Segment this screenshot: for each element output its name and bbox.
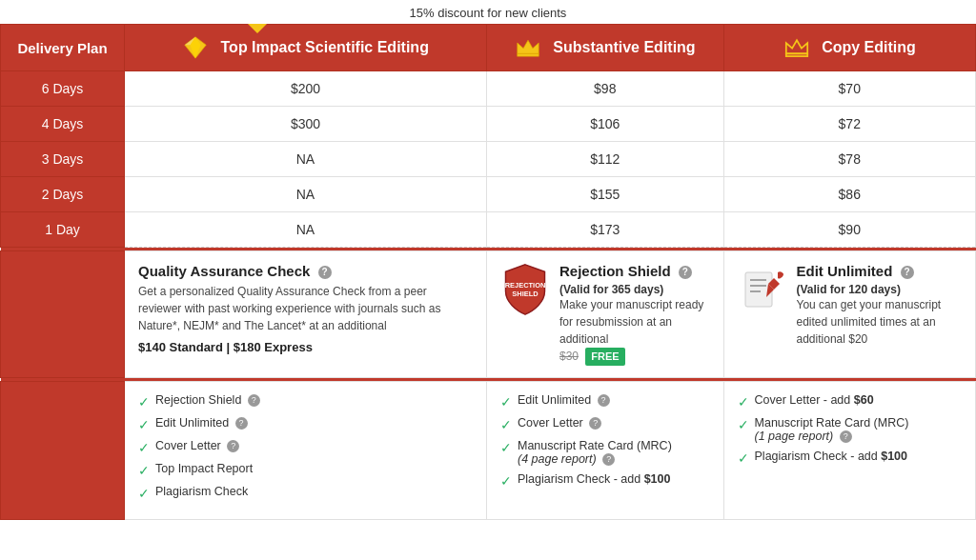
check-icon-t2-4: ✓ — [500, 473, 512, 489]
tier3-header: Copy Editing — [723, 25, 975, 71]
tier2-strikethrough-price: $30 — [559, 350, 579, 363]
check-icon-5: ✓ — [138, 486, 150, 501]
tier2-price-6days: $98 — [486, 71, 723, 107]
plan-2days: 2 Days — [1, 177, 125, 212]
tier2-price-3days: $112 — [486, 142, 723, 177]
tier3-check-2: ✓ Manuscript Rate Card (MRC)(1 page repo… — [738, 416, 962, 443]
tier2-feature-help-icon[interactable]: ? — [679, 266, 692, 279]
check-icon-t3-2: ✓ — [738, 417, 749, 432]
tier1-feature-title: Quality Assurance Check ? — [138, 263, 473, 279]
discount-banner: 15% discount for new clients — [0, 0, 976, 24]
tier2-free-badge: FREE — [585, 348, 624, 366]
tier3-feature: Edit Unlimited ? (Valid for 120 days) Yo… — [723, 251, 975, 378]
check-icon-4: ✓ — [138, 463, 150, 478]
check-icon-t2-1: ✓ — [500, 394, 512, 410]
svg-marker-3 — [518, 40, 539, 53]
feature-row: Quality Assurance Check ? Get a personal… — [1, 251, 976, 378]
tier2-feature-title: Rejection Shield ? — [559, 263, 710, 279]
checklist-row: ✓ Rejection Shield ? ✓ Edit Unlimited ? … — [1, 381, 976, 519]
tier2-check-2: ✓ Cover Letter ? — [500, 416, 710, 432]
tier2-checklist: ✓ Edit Unlimited ? ✓ Cover Letter ? ✓ Ma… — [486, 381, 723, 519]
svg-text:SHIELD: SHIELD — [512, 290, 539, 298]
tier2-check-4: ✓ Plagiarism Check - add $100 — [500, 472, 710, 489]
tier2-feature: REJECTION SHIELD Rejection Shield ? (Val… — [486, 251, 723, 378]
tier3-checklist: ✓ Cover Letter - add $60 ✓ Manuscript Ra… — [723, 381, 975, 519]
tier3-feature-title: Edit Unlimited ? — [797, 263, 962, 279]
plan-6days: 6 Days — [1, 71, 125, 107]
help-icon[interactable]: ? — [589, 417, 601, 430]
tier3-check-3: ✓ Plagiarism Check - add $100 — [738, 450, 962, 466]
plan-3days: 3 Days — [1, 142, 125, 177]
tier2-price-1day: $173 — [486, 212, 723, 248]
tier3-feature-valid: (Valid for 120 days) — [797, 283, 962, 296]
tier2-feature-valid: (Valid for 365 days) — [559, 283, 710, 296]
tier1-check-3: ✓ Cover Letter ? — [138, 439, 473, 455]
tier1-check-4: ✓ Top Impact Report — [138, 462, 473, 478]
plan-header: Delivery Plan — [1, 25, 125, 71]
tier1-check-5: ✓ Plagiarism Check — [138, 485, 473, 501]
plan-4days: 4 Days — [1, 107, 125, 142]
tier2-check-1: ✓ Edit Unlimited ? — [500, 393, 710, 410]
tier1-check-2: ✓ Edit Unlimited ? — [138, 416, 473, 432]
tier2-header: Substantive Editing — [486, 25, 723, 71]
plan-1day: 1 Day — [1, 212, 125, 248]
help-icon[interactable]: ? — [602, 453, 615, 466]
price-row-6days: 6 Days $200 $98 $70 — [1, 71, 976, 107]
check-icon-t3-3: ✓ — [738, 450, 749, 466]
tier3-price-6days: $70 — [723, 71, 975, 107]
tier1-check-1: ✓ Rejection Shield ? — [138, 393, 473, 410]
tier3-feature-help-icon[interactable]: ? — [901, 266, 914, 279]
check-icon-2: ✓ — [138, 417, 150, 432]
help-icon[interactable]: ? — [840, 430, 852, 443]
price-row-2days: 2 Days NA $155 $86 — [1, 177, 976, 212]
tier2-price-2days: $155 — [486, 177, 723, 212]
check-icon-t2-2: ✓ — [500, 417, 512, 432]
feature-label — [1, 251, 125, 378]
price-row-4days: 4 Days $300 $106 $72 — [1, 107, 976, 142]
help-icon[interactable]: ? — [235, 417, 248, 430]
tier1-price-3days: NA — [125, 142, 487, 177]
tier1-checklist: ✓ Rejection Shield ? ✓ Edit Unlimited ? … — [125, 381, 487, 519]
tier1-price-6days: $200 — [125, 71, 487, 107]
check-icon-t2-3: ✓ — [500, 440, 512, 455]
tier2-feature-desc: Make your manuscript ready for resubmiss… — [559, 296, 710, 366]
rejection-shield-icon: REJECTION SHIELD — [500, 263, 550, 316]
tier3-check-1: ✓ Cover Letter - add $60 — [738, 393, 962, 410]
tier2-check-3: ✓ Manuscript Rate Card (MRC)(4 page repo… — [500, 439, 710, 466]
check-icon-3: ✓ — [138, 440, 150, 455]
check-icon-t3-1: ✓ — [738, 394, 749, 410]
svg-rect-6 — [786, 53, 807, 56]
tier1-price-1day: NA — [125, 212, 487, 248]
tier1-feature-help-icon[interactable]: ? — [318, 266, 332, 279]
tier3-price-4days: $72 — [723, 107, 975, 142]
svg-rect-4 — [518, 53, 539, 56]
tier2-price-4days: $106 — [486, 107, 723, 142]
edit-unlimited-icon — [738, 263, 787, 312]
price-row-3days: 3 Days NA $112 $78 — [1, 142, 976, 177]
tier3-price-3days: $78 — [723, 142, 975, 177]
tier1-feature-price: $140 Standard | $180 Express — [138, 340, 473, 354]
help-icon[interactable]: ? — [598, 394, 610, 407]
tier1-price-2days: NA — [125, 177, 487, 212]
help-icon[interactable]: ? — [227, 440, 239, 452]
price-row-1day: 1 Day NA $173 $90 — [1, 212, 976, 248]
svg-text:REJECTION: REJECTION — [505, 281, 546, 290]
svg-marker-5 — [786, 40, 807, 53]
checklist-label — [1, 381, 125, 519]
tier1-price-4days: $300 — [125, 107, 487, 142]
tier1-header: Top Impact Scientific Editing — [125, 25, 487, 71]
tier3-price-1day: $90 — [723, 212, 975, 248]
check-icon-1: ✓ — [138, 394, 150, 410]
tier1-feature: Quality Assurance Check ? Get a personal… — [125, 251, 487, 378]
help-icon[interactable]: ? — [248, 394, 260, 407]
tier3-feature-desc: You can get your manuscript edited unlim… — [797, 296, 962, 348]
tier1-feature-desc: Get a personalized Quality Assurance Che… — [138, 283, 473, 334]
tier3-price-2days: $86 — [723, 177, 975, 212]
